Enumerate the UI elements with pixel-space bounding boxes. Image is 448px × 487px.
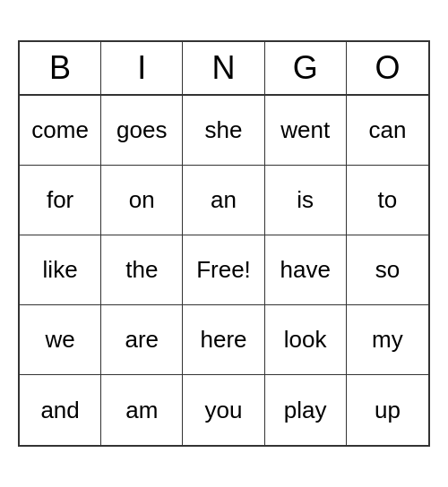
bingo-card: BINGO comegoesshewentcanforonanistoliket…: [18, 40, 430, 447]
bingo-cell: like: [20, 235, 101, 305]
bingo-cell: come: [20, 96, 101, 166]
bingo-cell: an: [183, 166, 264, 235]
bingo-cell: play: [265, 375, 347, 445]
bingo-cell: look: [265, 305, 347, 375]
bingo-cell: went: [265, 96, 347, 166]
bingo-cell: we: [20, 305, 101, 375]
bingo-cell: Free!: [183, 235, 264, 305]
bingo-cell: on: [101, 166, 183, 235]
bingo-cell: my: [347, 305, 428, 375]
bingo-cell: to: [347, 166, 428, 235]
bingo-cell: so: [347, 235, 428, 305]
bingo-grid: comegoesshewentcanforonanistoliketheFree…: [20, 96, 428, 445]
header-letter: G: [265, 42, 347, 96]
bingo-cell: have: [265, 235, 347, 305]
bingo-cell: here: [183, 305, 264, 375]
bingo-cell: for: [20, 166, 101, 235]
header-letter: I: [101, 42, 183, 96]
bingo-cell: are: [101, 305, 183, 375]
bingo-cell: the: [101, 235, 183, 305]
bingo-cell: and: [20, 375, 101, 445]
bingo-cell: she: [183, 96, 264, 166]
bingo-cell: up: [347, 375, 428, 445]
header-letter: B: [20, 42, 101, 96]
bingo-header: BINGO: [20, 42, 428, 96]
bingo-cell: is: [265, 166, 347, 235]
bingo-cell: you: [183, 375, 264, 445]
header-letter: O: [347, 42, 428, 96]
bingo-cell: goes: [101, 96, 183, 166]
header-letter: N: [183, 42, 264, 96]
bingo-cell: am: [101, 375, 183, 445]
bingo-cell: can: [347, 96, 428, 166]
